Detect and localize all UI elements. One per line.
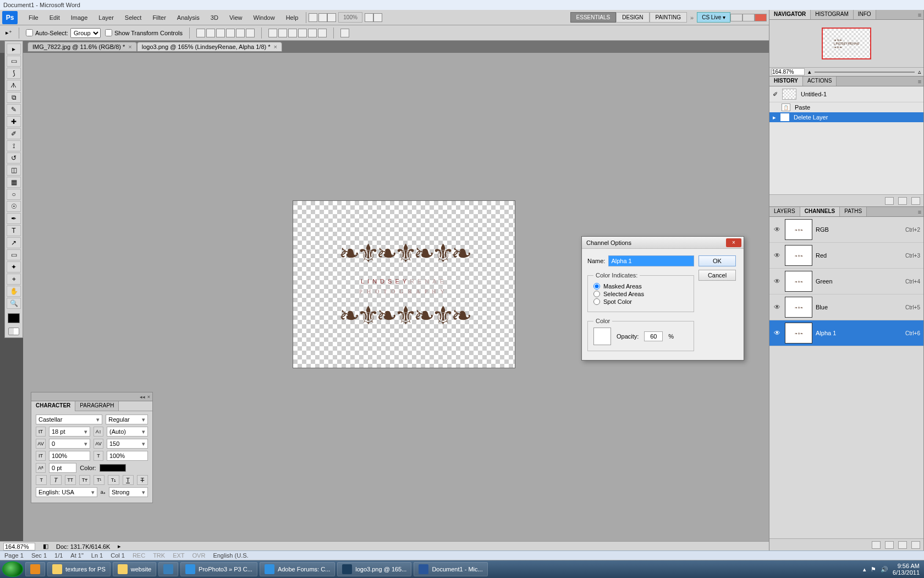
history-brush-tool-icon[interactable]: ↺	[7, 152, 21, 163]
italic-icon[interactable]: T	[50, 475, 61, 485]
opacity-input[interactable]	[644, 331, 663, 341]
taskbar-item[interactable]	[25, 562, 45, 576]
new-channel-icon[interactable]	[898, 541, 907, 549]
color-swatch[interactable]	[593, 328, 611, 345]
workspace-design[interactable]: DESIGN	[616, 12, 649, 23]
tab-close-icon[interactable]: ×	[128, 43, 131, 50]
channel-row[interactable]: 👁 ❧⚜❧ Alpha 1 Ctrl+6	[769, 320, 923, 346]
trash-icon[interactable]	[911, 541, 920, 549]
taskbar-item[interactable]: textures for PS	[47, 562, 111, 576]
radio-masked[interactable]	[593, 283, 600, 290]
tab-paths[interactable]: PATHS	[840, 207, 867, 216]
taskbar-item[interactable]	[158, 562, 178, 576]
antialias-dropdown[interactable]: Strong▾	[109, 487, 148, 497]
zoom-in-icon[interactable]: ▵	[918, 68, 921, 75]
taskbar-item[interactable]: logo3.png @ 165...	[337, 562, 411, 576]
cancel-button[interactable]: Cancel	[698, 270, 736, 281]
menu-image[interactable]: Image	[65, 12, 94, 23]
channel-row[interactable]: 👁 ❧⚜❧ RGB Ctrl+2	[769, 217, 923, 243]
window-minimize-icon[interactable]	[730, 14, 743, 21]
heal-tool-icon[interactable]: ✚	[7, 116, 21, 127]
ok-button[interactable]: OK	[698, 255, 736, 266]
history-item[interactable]: ▸ — Delete Layer	[769, 112, 923, 122]
arrange-icon[interactable]	[327, 13, 336, 22]
cs-live-button[interactable]: CS Live ▾	[697, 12, 730, 23]
panel-menu-icon[interactable]: ≡	[916, 77, 923, 86]
extras-icon[interactable]	[373, 13, 382, 22]
history-snapshot[interactable]: ✐ Untitled-1	[769, 86, 923, 102]
panel-menu-icon[interactable]: ≡	[916, 207, 923, 216]
zoom-tool-icon[interactable]: 🔍	[7, 298, 21, 309]
bridge-icons[interactable]	[309, 13, 327, 22]
screen-mode-icon[interactable]	[365, 13, 373, 22]
blur-tool-icon[interactable]: ○	[7, 189, 21, 200]
visibility-icon[interactable]: 👁	[773, 251, 782, 260]
collapse-icon[interactable]: ◂◂	[140, 394, 145, 400]
taskbar-item[interactable]: website	[113, 562, 156, 576]
close-icon[interactable]: ×	[147, 394, 150, 400]
system-tray[interactable]: ▴ ⚑ 🔊 9:56 AM 6/13/2011	[863, 563, 922, 576]
workspace-painting[interactable]: PAINTING	[650, 12, 687, 23]
hand-tool-icon[interactable]: ✋	[7, 286, 21, 297]
navigator-preview[interactable]: ❧⚜❧LINDSEYRENAE❧⚜❧	[769, 20, 923, 67]
workspace-essentials[interactable]: ESSENTIALS	[570, 12, 617, 23]
save-selection-icon[interactable]	[885, 541, 894, 549]
language-dropdown[interactable]: English: USA▾	[36, 487, 97, 497]
volume-icon[interactable]: 🔊	[881, 566, 888, 573]
menu-layer[interactable]: Layer	[93, 12, 119, 23]
font-style-dropdown[interactable]: Regular▾	[106, 415, 148, 424]
vscale-input[interactable]: 100%	[49, 451, 90, 461]
menu-view[interactable]: View	[224, 12, 248, 23]
document-canvas[interactable]: ❧⚜❧⚜❧⚜❧ LINDSEYRENAE PHOTOGRAPHY ❧⚜❧⚜❧⚜❧	[293, 200, 515, 368]
document-tab-0[interactable]: IMG_7822.jpg @ 11.6% (RGB/8) * ×	[28, 42, 137, 52]
tab-history[interactable]: HISTORY	[769, 77, 803, 86]
channel-row[interactable]: 👁 ❧⚜❧ Blue Ctrl+5	[769, 295, 923, 320]
eyedropper-tool-icon[interactable]: ✎	[7, 104, 21, 115]
align-icons-2[interactable]	[268, 29, 327, 37]
radio-selected[interactable]	[593, 291, 600, 297]
new-doc-icon[interactable]	[885, 197, 894, 205]
zoom-field[interactable]	[3, 543, 35, 550]
window-maximize-icon[interactable]	[743, 14, 755, 21]
taskbar-item[interactable]: Document1 - Mic...	[414, 562, 487, 576]
tab-character[interactable]: CHARACTER	[31, 401, 75, 411]
baseline-input[interactable]: 0 pt	[49, 463, 76, 473]
new-snapshot-icon[interactable]	[898, 197, 907, 205]
menu-window[interactable]: Window	[248, 12, 280, 23]
strike-icon[interactable]: T	[137, 475, 148, 485]
smallcaps-icon[interactable]: Tᴛ	[79, 475, 90, 485]
tab-close-icon[interactable]: ×	[274, 43, 277, 50]
dodge-tool-icon[interactable]: ☉	[7, 201, 21, 212]
auto-select-dropdown[interactable]: Group	[70, 28, 101, 38]
gradient-tool-icon[interactable]: ▦	[7, 177, 21, 188]
zoom-slider[interactable]	[815, 70, 915, 74]
crop-tool-icon[interactable]: ⧉	[7, 92, 21, 103]
channel-row[interactable]: 👁 ❧⚜❧ Red Ctrl+3	[769, 243, 923, 269]
menu-edit[interactable]: Edit	[44, 12, 65, 23]
tab-paragraph[interactable]: PARAGRAPH	[75, 401, 119, 411]
panel-header[interactable]: ◂◂×	[31, 392, 152, 401]
visibility-icon[interactable]: 👁	[773, 277, 782, 286]
menu-help[interactable]: Help	[280, 12, 304, 23]
trash-icon[interactable]	[911, 197, 920, 205]
status-arrow-icon[interactable]: ▸	[118, 543, 121, 550]
load-selection-icon[interactable]	[872, 541, 881, 549]
transform-input[interactable]	[105, 29, 112, 36]
nav-zoom-input[interactable]	[772, 68, 805, 75]
quick-mask-icon[interactable]	[8, 328, 19, 335]
3d-tool-icon[interactable]: ✦	[7, 261, 21, 272]
subscript-icon[interactable]: T₁	[108, 475, 119, 485]
hscale-input[interactable]: 100%	[107, 451, 148, 461]
shape-tool-icon[interactable]: ▭	[7, 249, 21, 260]
tracking-input[interactable]: 150▾	[107, 439, 148, 449]
clock[interactable]: 9:56 AM 6/13/2011	[893, 563, 920, 576]
menu-file[interactable]: File	[23, 12, 44, 23]
tab-actions[interactable]: ACTIONS	[803, 77, 837, 86]
tab-info[interactable]: INFO	[854, 10, 876, 19]
brush-tool-icon[interactable]: ✐	[7, 128, 21, 139]
menu-3d[interactable]: 3D	[205, 12, 224, 23]
panel-menu-icon[interactable]: ≡	[916, 10, 923, 19]
visibility-icon[interactable]: 👁	[773, 303, 782, 312]
tray-arrow-icon[interactable]: ▴	[863, 566, 866, 573]
visibility-icon[interactable]: 👁	[773, 329, 782, 337]
